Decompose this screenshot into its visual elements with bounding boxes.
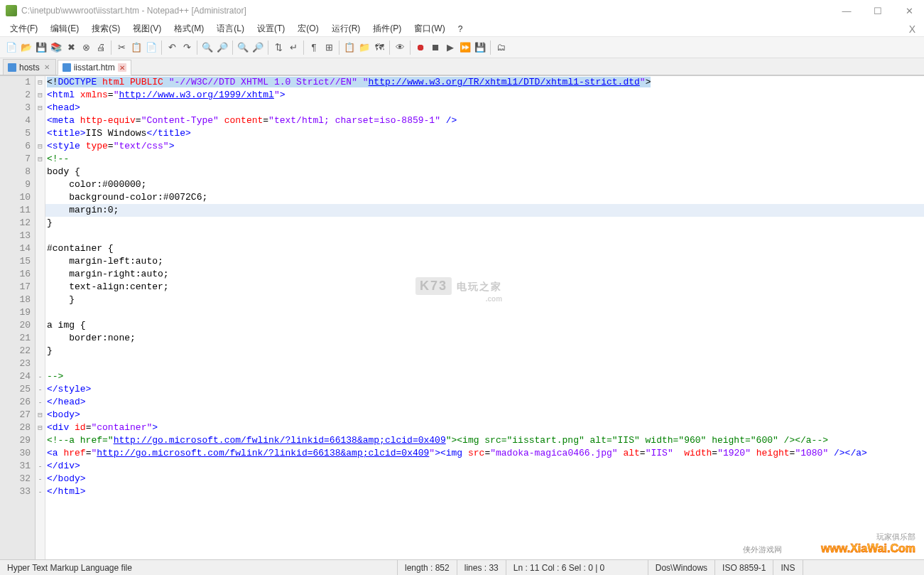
- code-line[interactable]: body {: [45, 166, 924, 178]
- menu-view[interactable]: 视图(V): [127, 21, 167, 36]
- editor-area: 1234567891011121314151617181920212223242…: [0, 75, 924, 559]
- code-line[interactable]: margin:0;: [45, 204, 924, 217]
- close-icon[interactable]: ✕: [43, 63, 51, 72]
- code-line[interactable]: <!--a href="http://go.microsoft.com/fwli…: [45, 434, 924, 447]
- code-line[interactable]: <!DOCTYPE html PUBLIC "-//W3C//DTD XHTML…: [45, 76, 924, 89]
- menu-file[interactable]: 文件(F): [4, 21, 43, 36]
- zoom-out-icon[interactable]: 🔎: [251, 41, 265, 55]
- copy-icon[interactable]: 📋: [129, 41, 143, 55]
- close-file-icon[interactable]: ✖: [64, 41, 78, 55]
- sync-scroll-icon[interactable]: ⇅: [271, 41, 286, 55]
- code-line[interactable]: </style>: [45, 383, 924, 396]
- redo-icon[interactable]: ↷: [180, 41, 194, 55]
- line-number-gutter: 1234567891011121314151617181920212223242…: [0, 76, 36, 559]
- maximize-button[interactable]: ☐: [869, 6, 887, 16]
- monitor-icon[interactable]: 👁: [393, 41, 407, 55]
- toolbar: 📄 📂 💾 📚 ✖ ⊗ 🖨 ✂ 📋 📄 ↶ ↷ 🔍 🔎 🔍 🔎 ⇅ ↵ ¶ ⊞ …: [0, 37, 924, 58]
- code-line[interactable]: [45, 230, 924, 242]
- menu-plugins[interactable]: 插件(P): [367, 21, 407, 36]
- fast-play-icon[interactable]: ⏩: [458, 41, 472, 55]
- folder-tree-icon[interactable]: 📁: [357, 41, 371, 55]
- stop-macro-icon[interactable]: ⏹: [428, 41, 442, 55]
- record-macro-icon[interactable]: ⏺: [413, 41, 428, 55]
- tab-label: hosts: [19, 63, 40, 72]
- code-line[interactable]: <div id="container">: [45, 421, 924, 434]
- code-line[interactable]: </html>: [45, 485, 924, 498]
- code-line[interactable]: }: [45, 345, 924, 358]
- show-all-chars-icon[interactable]: ¶: [307, 41, 321, 55]
- tab-iisstart[interactable]: iisstart.htm ✕: [58, 60, 131, 75]
- minimize-button[interactable]: —: [837, 6, 856, 16]
- close-document-button[interactable]: X: [905, 23, 920, 35]
- save-macro-icon[interactable]: 💾: [473, 41, 487, 55]
- menu-edit[interactable]: 编辑(E): [45, 21, 85, 36]
- replace-icon[interactable]: 🔎: [215, 41, 229, 55]
- undo-icon[interactable]: ↶: [165, 41, 179, 55]
- play-macro-icon[interactable]: ▶: [443, 41, 457, 55]
- save-all-icon[interactable]: 📚: [49, 41, 63, 55]
- menu-format[interactable]: 格式(M): [168, 21, 210, 36]
- code-line[interactable]: [45, 306, 924, 319]
- open-file-icon[interactable]: 📂: [19, 41, 33, 55]
- code-line[interactable]: </head>: [45, 396, 924, 409]
- status-insert-mode[interactable]: INS: [773, 560, 803, 575]
- code-line[interactable]: <a href="http://go.microsoft.com/fwlink/…: [45, 447, 924, 460]
- code-line[interactable]: }: [45, 294, 924, 306]
- menu-language[interactable]: 语言(L): [211, 21, 250, 36]
- toolbar-separator: [161, 41, 162, 55]
- code-line[interactable]: <body>: [45, 409, 924, 421]
- save-icon[interactable]: 💾: [34, 41, 48, 55]
- indent-guide-icon[interactable]: ⊞: [322, 41, 336, 55]
- tab-label: iisstart.htm: [74, 63, 115, 72]
- watermark-bottom-right: 玩家俱乐部 www.XiaWai.Com: [821, 532, 915, 555]
- code-line[interactable]: -->: [45, 370, 924, 383]
- menu-search[interactable]: 搜索(S): [86, 21, 126, 36]
- status-encoding[interactable]: ISO 8859-1: [715, 560, 773, 575]
- cut-icon[interactable]: ✂: [114, 41, 129, 55]
- function-list-icon[interactable]: 📋: [342, 41, 357, 55]
- code-line[interactable]: color:#000000;: [45, 178, 924, 191]
- code-line[interactable]: a img {: [45, 319, 924, 332]
- status-position: Ln : 11 Col : 6 Sel : 0 | 0: [506, 560, 648, 575]
- code-line[interactable]: <html xmlns="http://www.w3.org/1999/xhtm…: [45, 89, 924, 102]
- window-title: C:\inetpub\wwwroot\iisstart.htm - Notepa…: [21, 6, 837, 16]
- doc-map-icon[interactable]: 🗺: [372, 41, 386, 55]
- paste-icon[interactable]: 📄: [144, 41, 158, 55]
- zoom-in-icon[interactable]: 🔍: [236, 41, 250, 55]
- code-line[interactable]: <meta http-equiv="Content-Type" content=…: [45, 114, 924, 127]
- code-line[interactable]: }: [45, 217, 924, 230]
- code-line[interactable]: <title>IIS Windows</title>: [45, 127, 924, 140]
- code-line[interactable]: margin-right:auto;: [45, 268, 924, 281]
- menu-help[interactable]: ?: [452, 23, 469, 36]
- find-icon[interactable]: 🔍: [200, 41, 214, 55]
- code-line[interactable]: text-align:center;: [45, 281, 924, 294]
- code-line[interactable]: </div>: [45, 460, 924, 473]
- menu-run[interactable]: 运行(R): [326, 21, 366, 36]
- code-line[interactable]: <head>: [45, 102, 924, 114]
- file-icon: [62, 63, 71, 72]
- code-line[interactable]: #container {: [45, 242, 924, 255]
- code-line[interactable]: margin-left:auto;: [45, 255, 924, 268]
- menu-settings[interactable]: 设置(T): [251, 21, 290, 36]
- code-line[interactable]: </body>: [45, 473, 924, 485]
- status-eol[interactable]: Dos\Windows: [648, 560, 715, 575]
- code-line[interactable]: <!--: [45, 153, 924, 166]
- toolbar-separator: [111, 41, 112, 55]
- print-icon[interactable]: 🖨: [94, 41, 108, 55]
- code-editor[interactable]: <!DOCTYPE html PUBLIC "-//W3C//DTD XHTML…: [45, 76, 924, 559]
- close-all-icon[interactable]: ⊗: [79, 41, 93, 55]
- close-icon[interactable]: ✕: [118, 63, 126, 72]
- code-line[interactable]: [45, 358, 924, 370]
- tab-hosts[interactable]: hosts ✕: [3, 59, 56, 75]
- code-line[interactable]: <style type="text/css">: [45, 140, 924, 153]
- wordwrap-icon[interactable]: ↵: [286, 41, 300, 55]
- code-line[interactable]: background-color:#0072C6;: [45, 191, 924, 204]
- close-button[interactable]: ✕: [900, 6, 918, 16]
- new-file-icon[interactable]: 📄: [4, 41, 18, 55]
- toolbar-separator: [232, 41, 233, 55]
- code-line[interactable]: border:none;: [45, 332, 924, 345]
- toolbar-separator: [303, 41, 304, 55]
- plugin-icon[interactable]: 🗂: [494, 41, 508, 55]
- menu-window[interactable]: 窗口(W): [408, 21, 450, 36]
- menu-macro[interactable]: 宏(O): [292, 21, 324, 36]
